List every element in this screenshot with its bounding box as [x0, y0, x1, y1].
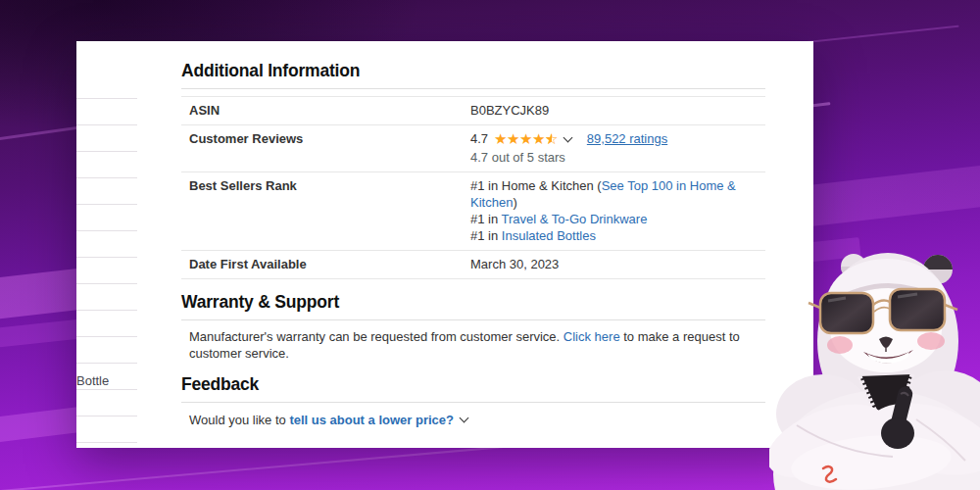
- warranty-paragraph: Manufacturer's warranty can be requested…: [181, 328, 765, 362]
- left-panel: Bottle: [76, 98, 137, 444]
- asin-label: ASIN: [189, 102, 470, 119]
- additional-information-table: ASIN B0BZYCJK89 Customer Reviews 4.7 ★★★…: [181, 96, 765, 279]
- reviews-dropdown-chevron-icon[interactable]: [563, 132, 572, 142]
- ratings-count-link[interactable]: 89,522 ratings: [587, 130, 667, 147]
- asin-value: B0BZYCJK89: [470, 102, 765, 119]
- rank3-category-link[interactable]: Insulated Bottles: [502, 228, 596, 243]
- star-rating-icon[interactable]: ★★★★★☆: [494, 131, 558, 146]
- product-info-card: Bottle Additional Information ASIN B0BZY…: [76, 41, 813, 448]
- heading-divider: [181, 88, 765, 89]
- rank2-category-link[interactable]: Travel & To-Go Drinkware: [502, 212, 648, 226]
- additional-information-heading: Additional Information: [181, 61, 765, 81]
- warranty-text: Manufacturer's warranty can be requested…: [189, 329, 564, 344]
- left-panel-item-label: Bottle: [76, 373, 109, 388]
- heading-divider: [181, 319, 765, 320]
- rank1-suffix: ): [513, 195, 516, 210]
- rank2-text: #1 in: [470, 212, 502, 226]
- product-info-main: Additional Information ASIN B0BZYCJK89 C…: [181, 61, 765, 427]
- rating-caption: 4.7 out of 5 stars: [470, 149, 765, 166]
- rank3-text: #1 in: [470, 228, 502, 243]
- date-first-available-value: March 30, 2023: [470, 256, 765, 272]
- panda-mascot-illustration: [769, 247, 980, 490]
- heading-divider: [181, 402, 765, 403]
- date-first-available-label: Date First Available: [189, 256, 470, 272]
- table-row-customer-reviews: Customer Reviews 4.7 ★★★★★☆ 89,522 ratin…: [181, 125, 765, 172]
- feedback-row: Would you like to tell us about a lower …: [181, 413, 765, 427]
- customer-reviews-label: Customer Reviews: [189, 130, 470, 166]
- table-row-asin: ASIN B0BZYCJK89: [181, 97, 765, 125]
- table-row-date-first-available: Date First Available March 30, 2023: [181, 251, 765, 279]
- feedback-prompt: Would you like to: [189, 413, 289, 427]
- table-row-best-sellers-rank: Best Sellers Rank #1 in Home & Kitchen (…: [181, 172, 765, 251]
- feedback-heading: Feedback: [181, 374, 765, 395]
- warranty-click-here-link[interactable]: Click here: [564, 329, 620, 344]
- rating-value: 4.7: [470, 130, 488, 147]
- feedback-chevron-icon[interactable]: [460, 414, 469, 423]
- warranty-support-heading: Warranty & Support: [181, 292, 765, 313]
- best-sellers-rank-label: Best Sellers Rank: [189, 177, 470, 244]
- rank1-text: #1 in Home & Kitchen (: [470, 178, 602, 193]
- lower-price-link[interactable]: tell us about a lower price?: [289, 413, 454, 427]
